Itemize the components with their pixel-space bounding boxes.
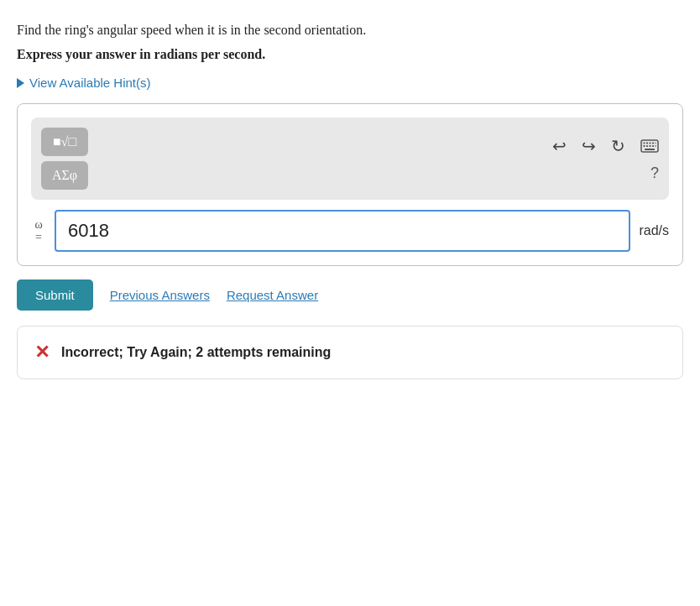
submit-button[interactable]: Submit [17,279,93,311]
svg-rect-10 [656,145,656,147]
refresh-button[interactable]: ↻ [611,136,625,156]
svg-rect-3 [650,142,651,144]
hint-arrow-icon [17,78,24,88]
svg-rect-2 [646,142,648,144]
undo-button[interactable]: ↩ [552,136,567,156]
svg-rect-8 [650,145,651,147]
toolbar-right: ↩ ↪ ↻ [552,136,659,182]
action-row: Submit Previous Answers Request Answer [17,279,683,311]
keyboard-button[interactable] [640,139,659,153]
svg-rect-4 [652,142,654,144]
request-answer-button[interactable]: Request Answer [227,288,318,302]
hint-label: View Available Hint(s) [29,76,151,90]
svg-rect-1 [644,142,645,144]
redo-button[interactable]: ↪ [582,136,596,156]
toolbar-help-row: ? [650,165,659,182]
help-button[interactable]: ? [650,165,659,182]
greek-icon: ΑΣφ [52,168,77,183]
sqrt-icon: ■√□ [53,134,76,149]
math-sqrt-button[interactable]: ■√□ [41,128,88,156]
incorrect-icon: ✕ [34,342,50,363]
feedback-box: ✕ Incorrect; Try Again; 2 attempts remai… [17,326,683,379]
answer-input[interactable] [55,210,630,252]
toolbar-left: ■√□ ΑΣφ [41,128,88,190]
svg-rect-9 [652,145,654,147]
feedback-message: Incorrect; Try Again; 2 attempts remaini… [61,345,331,360]
svg-rect-11 [645,149,655,150]
omega-label: ω = [31,218,46,244]
previous-answers-button[interactable]: Previous Answers [110,288,210,302]
svg-rect-7 [646,145,648,147]
svg-rect-6 [644,145,645,147]
question-line2: Express your answer in radians per secon… [17,47,683,62]
hint-link[interactable]: View Available Hint(s) [17,76,683,90]
question-line1: Find the ring's angular speed when it is… [17,20,683,40]
input-row: ω = rad/s [31,210,669,252]
math-toolbar: ■√□ ΑΣφ ↩ ↪ ↻ [31,118,669,200]
svg-rect-5 [656,142,656,144]
answer-container: ■√□ ΑΣφ ↩ ↪ ↻ [17,103,683,266]
unit-label: rad/s [639,223,669,238]
toolbar-icons-row: ↩ ↪ ↻ [552,136,659,156]
math-greek-button[interactable]: ΑΣφ [41,161,88,190]
